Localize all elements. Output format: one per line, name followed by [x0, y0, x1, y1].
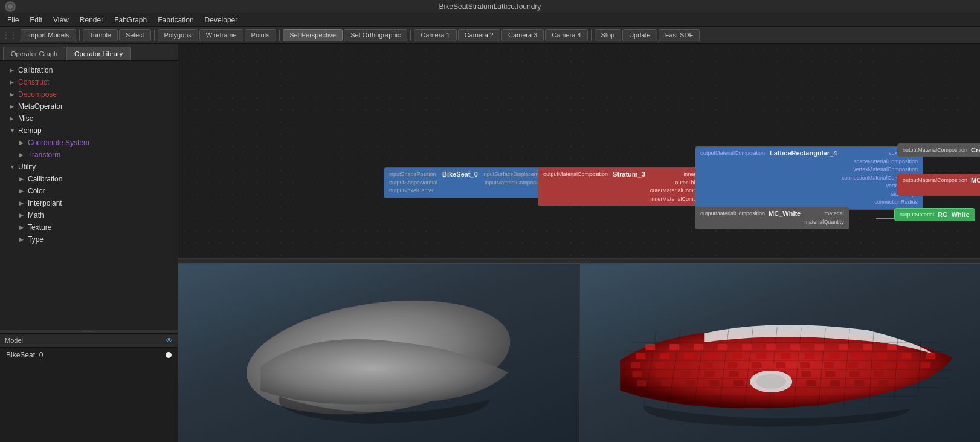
select-button[interactable]: Select — [119, 29, 151, 41]
node-graph[interactable]: inputShapePosition outputShapeNormal out… — [178, 44, 980, 259]
update-button[interactable]: Update — [622, 29, 657, 41]
toolbar-sep-5 — [591, 30, 592, 41]
svg-rect-35 — [636, 353, 645, 359]
node-lattice[interactable]: outputMaterialComposition LatticeRectang… — [695, 146, 923, 210]
main-area: Operator Graph Operator Library ▶ Calibr… — [0, 44, 980, 442]
tree-calibration[interactable]: ▶ Calibration — [0, 64, 178, 76]
arrow-icon: ▶ — [19, 212, 25, 218]
import-models-button[interactable]: Import Models — [21, 29, 76, 41]
svg-rect-27 — [718, 344, 727, 350]
menu-fabgraph[interactable]: FabGraph — [109, 15, 152, 25]
node-port: outputMaterialComposition — [700, 210, 765, 218]
tree-panel[interactable]: ▶ Calibration ▶ Construct ▶ Decompose ▶ … — [0, 61, 178, 330]
svg-rect-30 — [790, 344, 800, 350]
node-port: outputMaterialComposition — [903, 147, 967, 153]
node-port: materialQuantity — [804, 218, 844, 227]
viewport-resize-handle[interactable]: · · · — [577, 264, 582, 442]
tree-utility-math[interactable]: ▶ Math — [0, 209, 178, 221]
svg-rect-42 — [805, 353, 814, 359]
tumble-button[interactable]: Tumble — [83, 29, 118, 41]
tree-utility-interpolant[interactable]: ▶ Interpolant — [0, 197, 178, 209]
node-port: outputVoxelCenter — [389, 187, 437, 195]
model-eye-icon[interactable]: 👁 — [166, 336, 173, 345]
svg-rect-52 — [727, 362, 737, 368]
points-button[interactable]: Points — [245, 29, 277, 41]
model-row[interactable]: BikeSeat_0 — [0, 348, 178, 362]
node-port: outputMaterialComposition — [903, 177, 967, 185]
arrow-icon: ▶ — [19, 224, 25, 230]
svg-rect-68 — [801, 371, 811, 377]
node-port: outputShapeNormal — [389, 179, 437, 187]
tree-remap[interactable]: ▼ Remap — [0, 125, 178, 137]
arrow-icon: ▶ — [19, 200, 25, 206]
tree-decompose[interactable]: ▶ Decompose — [0, 88, 178, 100]
svg-rect-60 — [921, 362, 930, 368]
camera4-button[interactable]: Camera 4 — [545, 29, 587, 41]
menu-developer[interactable]: Developer — [200, 15, 243, 25]
tree-utility-calibration[interactable]: ▶ Calibration — [0, 173, 178, 185]
tree-construct[interactable]: ▶ Construct — [0, 76, 178, 88]
node-mc-white[interactable]: outputMaterialComposition MC_White mater… — [695, 207, 849, 229]
node-lattice-label: LatticeRectangular_4 — [770, 149, 837, 157]
menu-render[interactable]: Render — [75, 15, 108, 25]
menu-fabrication[interactable]: Fabrication — [153, 15, 198, 25]
tab-operator-library[interactable]: Operator Library — [66, 47, 131, 60]
menu-file[interactable]: File — [2, 15, 24, 25]
graph-resize-handle[interactable]: · · · · · · · — [178, 259, 980, 264]
model-visibility-dot[interactable] — [166, 352, 172, 358]
stop-button[interactable]: Stop — [595, 29, 622, 41]
svg-rect-73 — [637, 380, 646, 386]
arrow-icon: ▼ — [10, 128, 16, 134]
svg-rect-50 — [679, 362, 689, 368]
vp-resize-dots: · · · — [576, 349, 582, 357]
svg-rect-49 — [655, 362, 665, 368]
svg-rect-72 — [898, 371, 907, 377]
set-orthographic-button[interactable]: Set Orthographic — [344, 29, 407, 41]
tree-utility-type[interactable]: ▶ Type — [0, 233, 178, 245]
node-bikeseat[interactable]: inputShapePosition outputShapeNormal out… — [384, 167, 552, 198]
tab-operator-graph[interactable]: Operator Graph — [3, 47, 65, 60]
svg-rect-43 — [829, 353, 839, 359]
svg-rect-53 — [752, 362, 761, 368]
arrow-icon: ▶ — [19, 236, 25, 242]
tree-utility-texture[interactable]: ▶ Texture — [0, 221, 178, 233]
camera3-button[interactable]: Camera 3 — [501, 29, 544, 41]
arrow-icon: ▶ — [19, 188, 25, 194]
set-perspective-button[interactable]: Set Perspective — [283, 29, 343, 41]
menu-view[interactable]: View — [48, 15, 74, 25]
node-createvoid[interactable]: outputMaterialComposition CreateVoid_5 — [897, 143, 980, 157]
arrow-icon: ▶ — [19, 152, 25, 158]
wireframe-button[interactable]: Wireframe — [199, 29, 243, 41]
camera2-button[interactable]: Camera 2 — [458, 29, 500, 41]
polygons-button[interactable]: Polygons — [158, 29, 198, 41]
svg-rect-45 — [877, 353, 887, 359]
viewport-right[interactable] — [580, 264, 981, 442]
model-title: Model — [5, 337, 23, 344]
tree-metaoperator[interactable]: ▶ MetaOperator — [0, 100, 178, 112]
toolbar-sep-4 — [410, 30, 411, 41]
fast-sdf-button[interactable]: Fast SDF — [659, 29, 700, 41]
tree-utility-color[interactable]: ▶ Color — [0, 185, 178, 197]
left-panel: Operator Graph Operator Library ▶ Calibr… — [0, 44, 178, 442]
app-logo — [5, 1, 16, 12]
viewport-left[interactable] — [178, 264, 580, 442]
tree-utility[interactable]: ▼ Utility — [0, 161, 178, 173]
svg-rect-70 — [849, 371, 859, 377]
tree-coordinate-system[interactable]: ▶ Coordinate System — [0, 137, 178, 149]
arrow-icon: ▶ — [10, 91, 16, 97]
camera1-button[interactable]: Camera 1 — [414, 29, 456, 41]
menu-edit[interactable]: Edit — [25, 15, 47, 25]
node-mc-red[interactable]: outputMaterialComposition MC_Red materia… — [897, 174, 980, 196]
svg-rect-81 — [830, 380, 840, 386]
node-port: outputMaterialComposition — [700, 149, 765, 158]
tree-misc[interactable]: ▶ Misc — [0, 112, 178, 125]
toolbar-handle: ⋮⋮ — [2, 31, 17, 39]
arrow-icon: ▶ — [10, 79, 16, 85]
node-rg-white[interactable]: outputMaterial RG_White — [894, 208, 975, 221]
arrow-icon: ▶ — [19, 140, 25, 146]
node-stratum[interactable]: outputMaterialComposition Stratum_3 inne… — [538, 167, 717, 206]
viewport-right-svg — [580, 264, 981, 442]
title-bar: BikeSeatStratumLattice.foundry — [0, 0, 980, 13]
tree-transform[interactable]: ▶ Transform — [0, 149, 178, 161]
svg-rect-32 — [839, 344, 848, 350]
